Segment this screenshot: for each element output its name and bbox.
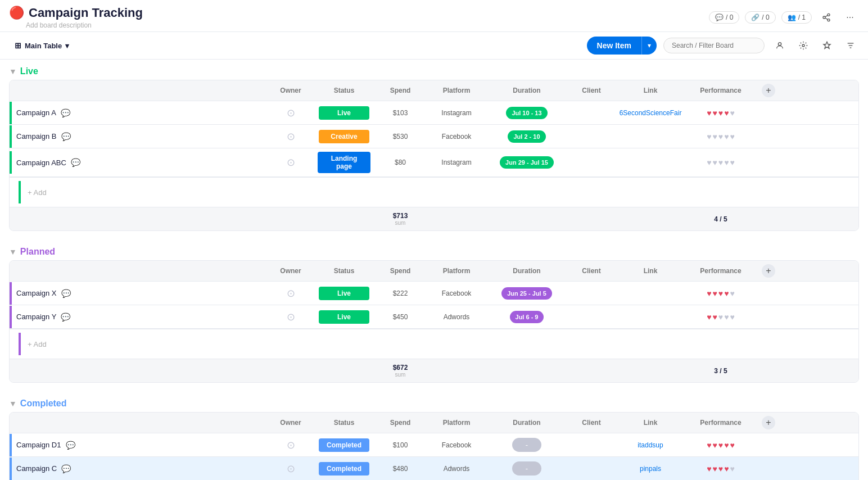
link-count-badge[interactable]: 🔗 / 0 <box>745 11 775 24</box>
owner-cell[interactable]: ⊙ <box>268 436 313 455</box>
sum-cell-7 <box>617 369 684 373</box>
link-cell[interactable] <box>617 133 684 140</box>
duration-cell[interactable]: Jul 10 - 13 <box>487 103 566 123</box>
duration-cell[interactable]: Jun 29 - Jul 15 <box>487 153 566 172</box>
duration-cell[interactable]: - <box>487 458 566 479</box>
owner-cell[interactable]: ⊙ <box>268 307 313 327</box>
item-name: Campaign B <box>12 132 57 141</box>
svg-line-3 <box>825 18 828 20</box>
sum-cell-0 <box>10 369 268 373</box>
row-actions-cell <box>757 290 780 297</box>
group-title-completed[interactable]: Completed <box>20 399 67 409</box>
owner-cell[interactable]: ⊙ <box>268 103 313 123</box>
chat-icon[interactable]: 💬 <box>71 158 80 167</box>
chat-icon[interactable]: 💬 <box>61 464 71 473</box>
members-badge[interactable]: 👥 / 1 <box>781 11 812 24</box>
link-cell[interactable] <box>617 314 684 320</box>
duration-cell[interactable]: Jun 25 - Jul 5 <box>487 284 566 303</box>
heart-full-icon: ♥ <box>707 313 711 321</box>
col-header-platform-planned: Platform <box>426 264 487 278</box>
link-cell[interactable]: 6SecondScienceFair <box>617 106 684 120</box>
status-badge[interactable]: Live <box>319 287 369 300</box>
status-badge[interactable]: Landing page <box>318 152 370 173</box>
link-value[interactable]: itaddsup <box>638 441 663 449</box>
link-value[interactable]: pinpals <box>640 465 661 473</box>
link-value[interactable]: 6SecondScienceFair <box>620 109 682 117</box>
add-column-button-completed[interactable]: + <box>762 416 775 429</box>
heart-empty-icon: ♥ <box>718 132 723 141</box>
performance-cell: ♥♥♥♥♥ <box>684 105 757 121</box>
col-header-spend-live: Spend <box>375 83 426 98</box>
owner-cell[interactable]: ⊙ <box>268 153 313 172</box>
chevron-down-icon: ▾ <box>65 42 69 50</box>
group-toggle-planned[interactable]: ▼ <box>9 247 17 256</box>
heart-full-icon: ♥ <box>718 441 723 450</box>
pin-button[interactable] <box>819 37 835 54</box>
owner-cell[interactable]: ⊙ <box>268 284 313 303</box>
more-options-button[interactable]: ··· <box>841 8 859 26</box>
status-badge[interactable]: Live <box>319 106 369 120</box>
status-badge[interactable]: Live <box>319 310 369 324</box>
group-live: ▼ Live OwnerStatusSpendPlatformDurationC… <box>9 66 859 231</box>
add-row-live[interactable]: + Add <box>10 177 858 207</box>
status-badge[interactable]: Completed <box>319 438 369 452</box>
status-badge[interactable]: Completed <box>319 462 369 476</box>
view-settings-button[interactable] <box>795 37 812 54</box>
table-row[interactable]: Campaign D1 💬 ⊙Completed$100Facebook-ita… <box>10 433 858 457</box>
status-cell[interactable]: Completed <box>313 435 375 455</box>
status-cell[interactable]: Live <box>313 283 375 304</box>
chat-count-badge[interactable]: 💬 / 0 <box>709 11 739 24</box>
chat-icon[interactable]: 💬 <box>61 289 71 298</box>
link-cell[interactable]: itaddsup <box>617 438 684 452</box>
name-cell: Campaign Y 💬 <box>10 306 268 328</box>
add-row-planned[interactable]: + Add <box>10 329 858 359</box>
status-cell[interactable]: Live <box>313 103 375 123</box>
board-description[interactable]: Add board description <box>26 21 143 29</box>
table-row[interactable]: Campaign B 💬 ⊙Creative$530FacebookJul 2 … <box>10 125 858 148</box>
duration-cell[interactable]: Jul 2 - 10 <box>487 127 566 146</box>
sum-cell-6 <box>566 217 617 221</box>
duration-cell[interactable]: - <box>487 434 566 455</box>
group-title-planned[interactable]: Planned <box>20 247 55 257</box>
table-row[interactable]: Campaign Y 💬 ⊙Live$450AdwordsJul 6 - 9♥♥… <box>10 305 858 329</box>
table-row[interactable]: Campaign X 💬 ⊙Live$222FacebookJun 25 - J… <box>10 282 858 305</box>
table-selector[interactable]: ⊞ Main Table ▾ <box>9 38 75 53</box>
group-toggle-live[interactable]: ▼ <box>9 67 17 76</box>
table-row[interactable]: Campaign ABC 💬 ⊙Landing page$80Instagram… <box>10 148 858 177</box>
group-toggle-completed[interactable]: ▼ <box>9 399 17 408</box>
add-column-button-live[interactable]: + <box>762 84 775 97</box>
share-button[interactable] <box>817 8 835 26</box>
chat-icon[interactable]: 💬 <box>61 108 70 117</box>
search-input[interactable] <box>663 38 765 53</box>
duration-cell[interactable]: Jul 6 - 9 <box>487 307 566 327</box>
chat-icon[interactable]: 💬 <box>61 132 71 141</box>
status-cell[interactable]: Landing page <box>313 148 375 176</box>
table-row[interactable]: Campaign A 💬 ⊙Live$103InstagramJul 10 - … <box>10 101 858 125</box>
table-row[interactable]: Campaign C 💬 ⊙Completed$480Adwords-pinpa… <box>10 457 858 480</box>
filter-button[interactable] <box>842 37 859 54</box>
owner-cell[interactable]: ⊙ <box>268 459 313 478</box>
members-icon: 👥 <box>788 13 796 21</box>
status-cell[interactable]: Completed <box>313 459 375 479</box>
add-column-button-planned[interactable]: + <box>762 264 775 278</box>
duration-badge: - <box>512 461 541 476</box>
status-badge[interactable]: Creative <box>319 130 369 143</box>
item-name: Campaign A <box>12 108 56 117</box>
link-cell[interactable] <box>617 159 684 166</box>
chat-icon[interactable]: 💬 <box>66 441 75 450</box>
name-cell: Campaign X 💬 <box>10 282 268 305</box>
add-row-label: + Add <box>28 188 47 197</box>
performance-cell: ♥♥♥♥♥ <box>684 155 757 170</box>
owner-cell[interactable]: ⊙ <box>268 127 313 146</box>
link-cell[interactable]: pinpals <box>617 461 684 476</box>
col-header--live <box>10 87 268 94</box>
status-cell[interactable]: Live <box>313 307 375 327</box>
new-item-dropdown-button[interactable]: ▾ <box>641 37 657 55</box>
user-profile-button[interactable] <box>771 37 788 54</box>
status-cell[interactable]: Creative <box>313 126 375 147</box>
chat-icon[interactable]: 💬 <box>61 313 70 321</box>
link-cell[interactable] <box>617 290 684 297</box>
group-title-live[interactable]: Live <box>20 66 38 76</box>
new-item-button[interactable]: New Item <box>587 37 641 55</box>
sum-cell-2 <box>313 217 375 221</box>
